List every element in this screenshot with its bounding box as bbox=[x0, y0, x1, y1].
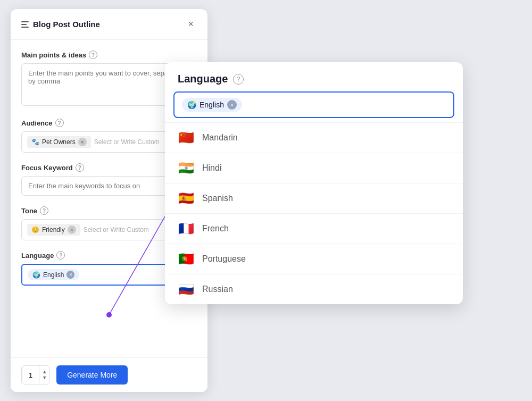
panel-footer: 1 ▲ ▼ Generate More bbox=[11, 357, 207, 392]
audience-help-icon[interactable]: ? bbox=[55, 119, 64, 127]
selected-language-name: English bbox=[200, 101, 224, 109]
tone-help-icon[interactable]: ? bbox=[40, 206, 48, 215]
hindi-name: Hindi bbox=[202, 163, 221, 173]
hindi-flag: 🇮🇳 bbox=[178, 161, 195, 176]
mandarin-flag: 🇨🇳 bbox=[178, 130, 195, 145]
language-tag-remove[interactable]: × bbox=[66, 271, 74, 279]
french-name: French bbox=[202, 224, 229, 233]
stepper-up[interactable]: ▲ bbox=[39, 369, 49, 375]
focus-keyword-help-icon[interactable]: ? bbox=[76, 163, 84, 172]
spanish-flag: 🇪🇸 bbox=[178, 191, 195, 206]
language-field-tag: 🌍 English × bbox=[28, 269, 79, 280]
language-field-flag: 🌍 bbox=[32, 271, 40, 279]
audience-tag-remove[interactable]: × bbox=[78, 138, 87, 146]
russian-flag: 🇷🇺 bbox=[178, 282, 195, 297]
tone-tag: 😊 Friendly × bbox=[27, 224, 80, 236]
dropdown-header: Language ? bbox=[165, 62, 463, 91]
panel-header: Blog Post Outline × bbox=[11, 9, 207, 40]
stepper-value: 1 bbox=[22, 366, 39, 384]
main-points-label: Main points & ideas ? bbox=[21, 51, 197, 59]
main-points-help-icon[interactable]: ? bbox=[89, 51, 97, 59]
french-flag: 🇫🇷 bbox=[178, 221, 195, 236]
language-help-icon[interactable]: ? bbox=[56, 251, 65, 260]
dropdown-help-icon[interactable]: ? bbox=[233, 74, 244, 85]
portuguese-name: Portuguese bbox=[202, 254, 246, 264]
language-list: 🇨🇳 Mandarin 🇮🇳 Hindi 🇪🇸 Spanish 🇫🇷 Frenc… bbox=[165, 122, 463, 304]
selected-language-tag: 🌍 English × bbox=[182, 98, 242, 112]
list-icon bbox=[21, 21, 29, 28]
language-item-spanish[interactable]: 🇪🇸 Spanish bbox=[165, 183, 463, 213]
portuguese-flag: 🇵🇹 bbox=[178, 252, 195, 266]
spanish-name: Spanish bbox=[202, 194, 233, 203]
dropdown-title: Language bbox=[178, 73, 228, 85]
stepper-buttons: ▲ ▼ bbox=[39, 369, 49, 381]
language-item-french[interactable]: 🇫🇷 French bbox=[165, 213, 463, 244]
selected-language-remove[interactable]: × bbox=[227, 100, 237, 110]
language-item-hindi[interactable]: 🇮🇳 Hindi bbox=[165, 153, 463, 183]
selected-language-flag: 🌍 bbox=[187, 101, 196, 109]
mandarin-name: Mandarin bbox=[202, 133, 238, 143]
language-search-box[interactable]: 🌍 English × bbox=[173, 91, 454, 118]
tone-tag-icon: 😊 bbox=[31, 226, 39, 233]
panel-title: Blog Post Outline bbox=[33, 20, 100, 29]
language-item-portuguese[interactable]: 🇵🇹 Portuguese bbox=[165, 244, 463, 274]
audience-tag: 🐾 Pet Owners × bbox=[27, 136, 91, 148]
audience-tag-icon: 🐾 bbox=[31, 138, 39, 146]
modal-wrapper: Blog Post Outline × Main points & ideas … bbox=[11, 9, 521, 392]
audience-custom-text: Select or Write Custom bbox=[94, 138, 160, 146]
count-stepper[interactable]: 1 ▲ ▼ bbox=[21, 365, 50, 385]
russian-name: Russian bbox=[202, 285, 233, 294]
language-item-russian[interactable]: 🇷🇺 Russian bbox=[165, 274, 463, 304]
tone-tag-remove[interactable]: × bbox=[68, 225, 76, 234]
close-button[interactable]: × bbox=[185, 18, 197, 31]
panel-title-row: Blog Post Outline bbox=[21, 20, 100, 29]
generate-button[interactable]: Generate More bbox=[56, 365, 128, 385]
language-item-mandarin[interactable]: 🇨🇳 Mandarin bbox=[165, 122, 463, 153]
tone-custom-text: Select or Write Custom bbox=[84, 226, 149, 233]
language-dropdown: Language ? 🌍 English × 🇨🇳 Mandarin 🇮🇳 Hi… bbox=[165, 62, 463, 304]
stepper-down[interactable]: ▼ bbox=[39, 375, 49, 381]
